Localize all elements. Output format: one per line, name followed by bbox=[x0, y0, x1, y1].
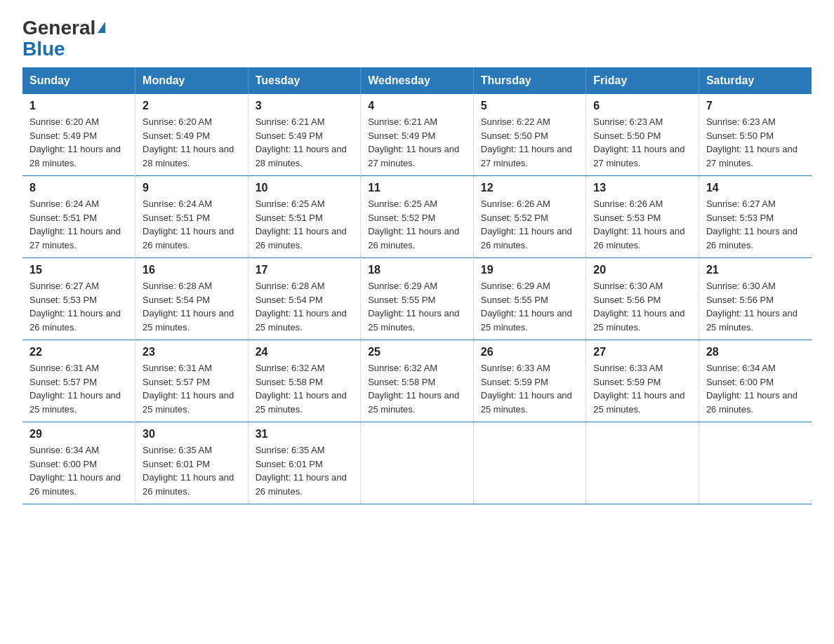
page-header: General Blue bbox=[22, 17, 812, 59]
col-header-tuesday: Tuesday bbox=[248, 67, 361, 94]
day-info: Sunrise: 6:27 AMSunset: 5:53 PMDaylight:… bbox=[29, 279, 128, 334]
day-info: Sunrise: 6:30 AMSunset: 5:56 PMDaylight:… bbox=[706, 279, 805, 334]
day-number: 24 bbox=[256, 346, 354, 358]
calendar-day-cell: 24 Sunrise: 6:32 AMSunset: 5:58 PMDaylig… bbox=[248, 340, 361, 422]
day-info: Sunrise: 6:30 AMSunset: 5:56 PMDaylight:… bbox=[593, 279, 691, 334]
calendar-header-row: SundayMondayTuesdayWednesdayThursdayFrid… bbox=[22, 67, 812, 94]
day-info: Sunrise: 6:24 AMSunset: 5:51 PMDaylight:… bbox=[29, 197, 128, 252]
day-number: 9 bbox=[143, 182, 241, 194]
day-number: 30 bbox=[143, 428, 241, 441]
logo-blue-text: Blue bbox=[22, 39, 65, 59]
calendar-day-cell: 13 Sunrise: 6:26 AMSunset: 5:53 PMDaylig… bbox=[586, 176, 699, 258]
calendar-day-cell bbox=[473, 422, 586, 504]
day-info: Sunrise: 6:25 AMSunset: 5:51 PMDaylight:… bbox=[256, 197, 354, 252]
day-info: Sunrise: 6:21 AMSunset: 5:49 PMDaylight:… bbox=[256, 115, 354, 170]
calendar-day-cell: 26 Sunrise: 6:33 AMSunset: 5:59 PMDaylig… bbox=[473, 340, 586, 422]
day-number: 23 bbox=[143, 346, 241, 358]
day-info: Sunrise: 6:31 AMSunset: 5:57 PMDaylight:… bbox=[29, 361, 128, 416]
day-number: 4 bbox=[368, 100, 466, 112]
day-number: 20 bbox=[593, 264, 691, 276]
calendar-day-cell: 14 Sunrise: 6:27 AMSunset: 5:53 PMDaylig… bbox=[699, 176, 812, 258]
day-info: Sunrise: 6:24 AMSunset: 5:51 PMDaylight:… bbox=[143, 197, 241, 252]
col-header-thursday: Thursday bbox=[473, 67, 586, 94]
day-info: Sunrise: 6:23 AMSunset: 5:50 PMDaylight:… bbox=[593, 115, 691, 170]
calendar-day-cell: 18 Sunrise: 6:29 AMSunset: 5:55 PMDaylig… bbox=[361, 258, 474, 340]
calendar-day-cell: 4 Sunrise: 6:21 AMSunset: 5:49 PMDayligh… bbox=[361, 94, 474, 176]
calendar-day-cell: 28 Sunrise: 6:34 AMSunset: 6:00 PMDaylig… bbox=[699, 340, 812, 422]
day-info: Sunrise: 6:20 AMSunset: 5:49 PMDaylight:… bbox=[143, 115, 241, 170]
calendar-day-cell: 16 Sunrise: 6:28 AMSunset: 5:54 PMDaylig… bbox=[135, 258, 249, 340]
day-number: 21 bbox=[706, 264, 805, 276]
col-header-friday: Friday bbox=[586, 67, 699, 94]
day-number: 2 bbox=[143, 100, 241, 112]
calendar-day-cell: 1 Sunrise: 6:20 AMSunset: 5:49 PMDayligh… bbox=[22, 94, 135, 176]
day-number: 27 bbox=[593, 346, 691, 358]
calendar-day-cell: 19 Sunrise: 6:29 AMSunset: 5:55 PMDaylig… bbox=[473, 258, 586, 340]
day-number: 5 bbox=[481, 100, 579, 112]
day-number: 7 bbox=[706, 100, 805, 112]
day-info: Sunrise: 6:26 AMSunset: 5:52 PMDaylight:… bbox=[481, 197, 579, 252]
col-header-monday: Monday bbox=[135, 67, 249, 94]
calendar-day-cell: 10 Sunrise: 6:25 AMSunset: 5:51 PMDaylig… bbox=[248, 176, 361, 258]
calendar-week-row: 22 Sunrise: 6:31 AMSunset: 5:57 PMDaylig… bbox=[22, 340, 812, 422]
day-number: 29 bbox=[29, 428, 128, 441]
day-info: Sunrise: 6:27 AMSunset: 5:53 PMDaylight:… bbox=[706, 197, 805, 252]
calendar-day-cell: 6 Sunrise: 6:23 AMSunset: 5:50 PMDayligh… bbox=[586, 94, 699, 176]
calendar-day-cell: 21 Sunrise: 6:30 AMSunset: 5:56 PMDaylig… bbox=[699, 258, 812, 340]
day-number: 22 bbox=[29, 346, 128, 358]
calendar-day-cell: 31 Sunrise: 6:35 AMSunset: 6:01 PMDaylig… bbox=[248, 422, 361, 504]
calendar-day-cell: 12 Sunrise: 6:26 AMSunset: 5:52 PMDaylig… bbox=[473, 176, 586, 258]
day-info: Sunrise: 6:20 AMSunset: 5:49 PMDaylight:… bbox=[29, 115, 128, 170]
day-number: 26 bbox=[481, 346, 579, 358]
day-info: Sunrise: 6:29 AMSunset: 5:55 PMDaylight:… bbox=[368, 279, 466, 334]
day-number: 18 bbox=[368, 264, 466, 276]
calendar-day-cell: 29 Sunrise: 6:34 AMSunset: 6:00 PMDaylig… bbox=[22, 422, 135, 504]
day-number: 12 bbox=[481, 182, 579, 194]
day-number: 31 bbox=[256, 428, 354, 441]
day-info: Sunrise: 6:33 AMSunset: 5:59 PMDaylight:… bbox=[593, 361, 691, 416]
day-number: 28 bbox=[706, 346, 805, 358]
day-number: 16 bbox=[143, 264, 241, 276]
day-info: Sunrise: 6:31 AMSunset: 5:57 PMDaylight:… bbox=[143, 361, 241, 416]
day-number: 10 bbox=[256, 182, 354, 194]
col-header-saturday: Saturday bbox=[699, 67, 812, 94]
day-info: Sunrise: 6:34 AMSunset: 6:00 PMDaylight:… bbox=[29, 443, 128, 498]
calendar-week-row: 29 Sunrise: 6:34 AMSunset: 6:00 PMDaylig… bbox=[22, 422, 812, 504]
day-number: 25 bbox=[368, 346, 466, 358]
day-info: Sunrise: 6:21 AMSunset: 5:49 PMDaylight:… bbox=[368, 115, 466, 170]
calendar-day-cell: 17 Sunrise: 6:28 AMSunset: 5:54 PMDaylig… bbox=[248, 258, 361, 340]
logo-general-text: General bbox=[22, 17, 95, 39]
day-number: 8 bbox=[29, 182, 128, 194]
day-info: Sunrise: 6:35 AMSunset: 6:01 PMDaylight:… bbox=[256, 443, 354, 498]
day-info: Sunrise: 6:33 AMSunset: 5:59 PMDaylight:… bbox=[481, 361, 579, 416]
day-info: Sunrise: 6:32 AMSunset: 5:58 PMDaylight:… bbox=[368, 361, 466, 416]
logo: General Blue bbox=[22, 17, 105, 59]
logo-triangle-icon bbox=[98, 22, 105, 33]
calendar-week-row: 15 Sunrise: 6:27 AMSunset: 5:53 PMDaylig… bbox=[22, 258, 812, 340]
day-info: Sunrise: 6:25 AMSunset: 5:52 PMDaylight:… bbox=[368, 197, 466, 252]
calendar-day-cell: 5 Sunrise: 6:22 AMSunset: 5:50 PMDayligh… bbox=[473, 94, 586, 176]
day-info: Sunrise: 6:28 AMSunset: 5:54 PMDaylight:… bbox=[143, 279, 241, 334]
calendar-week-row: 1 Sunrise: 6:20 AMSunset: 5:49 PMDayligh… bbox=[22, 94, 812, 176]
day-info: Sunrise: 6:26 AMSunset: 5:53 PMDaylight:… bbox=[593, 197, 691, 252]
calendar-day-cell: 9 Sunrise: 6:24 AMSunset: 5:51 PMDayligh… bbox=[135, 176, 249, 258]
day-number: 15 bbox=[29, 264, 128, 276]
calendar-table: SundayMondayTuesdayWednesdayThursdayFrid… bbox=[22, 67, 812, 504]
calendar-day-cell: 7 Sunrise: 6:23 AMSunset: 5:50 PMDayligh… bbox=[699, 94, 812, 176]
day-number: 17 bbox=[256, 264, 354, 276]
calendar-day-cell: 2 Sunrise: 6:20 AMSunset: 5:49 PMDayligh… bbox=[135, 94, 249, 176]
day-number: 14 bbox=[706, 182, 805, 194]
calendar-day-cell: 30 Sunrise: 6:35 AMSunset: 6:01 PMDaylig… bbox=[135, 422, 249, 504]
col-header-wednesday: Wednesday bbox=[361, 67, 474, 94]
calendar-day-cell: 27 Sunrise: 6:33 AMSunset: 5:59 PMDaylig… bbox=[586, 340, 699, 422]
col-header-sunday: Sunday bbox=[22, 67, 135, 94]
calendar-day-cell bbox=[586, 422, 699, 504]
calendar-day-cell bbox=[361, 422, 474, 504]
calendar-day-cell bbox=[699, 422, 812, 504]
day-number: 3 bbox=[256, 100, 354, 112]
calendar-day-cell: 15 Sunrise: 6:27 AMSunset: 5:53 PMDaylig… bbox=[22, 258, 135, 340]
day-info: Sunrise: 6:23 AMSunset: 5:50 PMDaylight:… bbox=[706, 115, 805, 170]
day-info: Sunrise: 6:35 AMSunset: 6:01 PMDaylight:… bbox=[143, 443, 241, 498]
calendar-week-row: 8 Sunrise: 6:24 AMSunset: 5:51 PMDayligh… bbox=[22, 176, 812, 258]
day-info: Sunrise: 6:28 AMSunset: 5:54 PMDaylight:… bbox=[256, 279, 354, 334]
